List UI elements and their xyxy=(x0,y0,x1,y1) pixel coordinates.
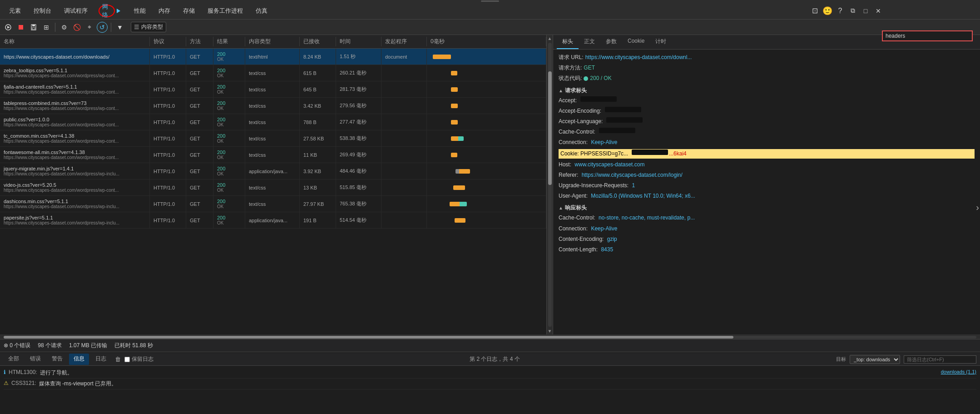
filter-log-input[interactable] xyxy=(904,355,976,364)
stop-btn[interactable] xyxy=(15,22,26,33)
cell-received: 615 B xyxy=(300,65,336,81)
console-tab-error[interactable]: 错误 xyxy=(25,354,45,365)
menu-console[interactable]: 控制台 xyxy=(28,5,57,17)
status-label: 状态代码: xyxy=(559,74,582,83)
response-header-row: Content-Length: 8435 xyxy=(559,245,975,254)
filter-btn[interactable]: ▼ xyxy=(114,22,125,33)
menu-network[interactable]: 网络 xyxy=(95,3,119,19)
restore-btn[interactable]: ⧉ xyxy=(847,5,858,16)
cell-type: text/css xyxy=(245,196,300,212)
cell-time: 515.85 毫秒 xyxy=(336,180,381,195)
emoji-btn[interactable]: 🙂 xyxy=(822,5,833,16)
tab-headers[interactable]: 标头 xyxy=(557,35,579,49)
clear-btn[interactable]: 🚫 xyxy=(71,22,82,33)
table-row[interactable]: zebra_tooltips.css?ver=5.1.1 https://www… xyxy=(0,65,546,81)
cell-result: 200 OK xyxy=(213,163,245,179)
table-row[interactable]: tablepress-combined.min.css?ver=73 https… xyxy=(0,98,546,114)
help-btn[interactable]: ? xyxy=(835,5,846,16)
cell-initiator xyxy=(381,196,427,212)
cell-type: text/css xyxy=(245,147,300,163)
filter-area[interactable]: ☰ 内容类型 xyxy=(131,22,166,32)
close-btn[interactable]: ✕ xyxy=(873,5,884,16)
console-clear-btn[interactable]: 🗑 xyxy=(113,354,123,364)
tab-timing[interactable]: 计时 xyxy=(650,35,672,49)
msg-link[interactable]: downloads (1,1) xyxy=(941,369,976,374)
devtools-dock-btn[interactable]: ⊡ xyxy=(809,5,820,16)
cell-result: 200 OK xyxy=(213,180,245,195)
menu-storage[interactable]: 存储 xyxy=(178,5,200,17)
table-row[interactable]: fontawesome-all.min.css?ver=4.1.38 https… xyxy=(0,147,546,163)
refresh-btn[interactable]: ↺ xyxy=(97,22,108,33)
cell-method: GET xyxy=(186,81,213,97)
detail-status-row: 状态代码: 200 / OK xyxy=(559,74,975,83)
console-tab-all[interactable]: 全部 xyxy=(4,354,24,365)
import-btn[interactable]: ⊞ xyxy=(41,22,52,33)
save-btn[interactable] xyxy=(28,22,39,33)
table-row[interactable]: jquery-migrate.min.js?ver=1.4.1 https://… xyxy=(0,163,546,180)
vertical-scrollbar[interactable]: ▲ ▼ xyxy=(547,35,553,334)
cell-protocol: HTTP/1.0 xyxy=(150,196,186,212)
tab-params[interactable]: 参数 xyxy=(600,35,622,49)
status-value: 200 / OK xyxy=(590,74,611,83)
menu-simulation[interactable]: 仿真 xyxy=(250,5,273,17)
detail-content: 请求 URL: https://www.cityscapes-dataset.c… xyxy=(553,50,980,334)
console-tab-warn[interactable]: 警告 xyxy=(47,354,67,365)
cell-waterfall xyxy=(427,147,546,163)
table-row[interactable]: https://www.cityscapes-dataset.com/downl… xyxy=(0,49,546,65)
menu-service-worker[interactable]: 服务工作进程 xyxy=(202,5,248,17)
table-row[interactable]: video-js.css?ver=5.20.5 https://www.city… xyxy=(0,180,546,196)
record-btn[interactable] xyxy=(3,22,14,33)
menu-performance[interactable]: 性能 xyxy=(129,5,151,17)
table-row[interactable]: tc_common.min.css?ver=4.1.38 https://www… xyxy=(0,130,546,147)
cell-result: 200 OK xyxy=(213,196,245,212)
cell-type: text/css xyxy=(245,114,300,130)
table-row[interactable]: public.css?ver=1.0.0 https://www.citysca… xyxy=(0,114,546,130)
console-messages: ℹ HTML1300: 进行了导航。 downloads (1,1) ⚠ CSS… xyxy=(0,366,980,391)
cell-name: tablepress-combined.min.css?ver=73 https… xyxy=(0,98,150,114)
url-label: 请求 URL: xyxy=(559,53,584,62)
cell-protocol: HTTP/1.0 xyxy=(150,147,186,163)
cell-initiator xyxy=(381,114,427,130)
cell-waterfall xyxy=(427,130,546,146)
cell-protocol: HTTP/1.0 xyxy=(150,130,186,146)
cell-initiator xyxy=(381,212,427,228)
console-tab-log[interactable]: 日志 xyxy=(91,354,111,365)
status-dot xyxy=(584,76,588,81)
cell-waterfall xyxy=(427,196,546,212)
cell-received: 11 KB xyxy=(300,147,336,163)
msg-code: CSS3121: xyxy=(11,380,36,386)
request-header-row: Cookie: PHPSESSID=g7c... ...6kai4 xyxy=(559,149,975,159)
cell-initiator: document xyxy=(381,49,427,65)
cell-name: dashicons.min.css?ver=5.1.1 https://www.… xyxy=(0,196,150,212)
request-header-row: Accept: xyxy=(559,96,975,105)
response-headers-title: 响应标头 xyxy=(559,204,975,212)
search-btn[interactable]: ⌖ xyxy=(84,22,95,33)
cell-name: tc_common.min.css?ver=4.1.38 https://www… xyxy=(0,130,150,146)
console-page-info: 第 2 个日志，共 4 个 xyxy=(155,355,834,363)
search-input[interactable] xyxy=(882,30,973,41)
settings-btn[interactable]: ⚙ xyxy=(59,22,69,33)
preserve-log-checkbox[interactable] xyxy=(124,357,130,362)
horizontal-scrollbar[interactable] xyxy=(0,334,980,339)
table-row[interactable]: fjalla-and-canterell.css?ver=5.1.1 https… xyxy=(0,81,546,98)
sep1 xyxy=(55,23,55,32)
menu-element[interactable]: 元素 xyxy=(4,5,26,17)
menu-debug[interactable]: 调试程序 xyxy=(59,5,93,17)
cell-time: 279.56 毫秒 xyxy=(336,98,381,114)
menu-memory[interactable]: 内存 xyxy=(153,5,176,17)
maximize-btn[interactable]: □ xyxy=(860,5,871,16)
target-select[interactable]: _top: downloads xyxy=(850,355,900,364)
msg-text: 进行了导航。 xyxy=(40,369,73,377)
cell-result: 200 OK xyxy=(213,65,245,81)
tab-body[interactable]: 正文 xyxy=(579,35,600,49)
cell-method: GET xyxy=(186,147,213,163)
preserve-log-area: 保留日志 xyxy=(124,355,153,363)
console-right: 目标 _top: downloads xyxy=(836,355,976,364)
network-panel: 名称 协议 方法 结果 内容类型 已接收 时间 发起程序 0毫秒 https:/… xyxy=(0,35,547,334)
error-count: ⊗ 0 个错误 xyxy=(4,342,30,349)
console-tab-info[interactable]: 信息 xyxy=(69,354,89,365)
tab-cookie[interactable]: Cookie xyxy=(622,35,650,49)
detail-nav-arrow[interactable]: › xyxy=(976,202,979,212)
table-row[interactable]: dashicons.min.css?ver=5.1.1 https://www.… xyxy=(0,196,546,212)
table-row[interactable]: papersite.js?ver=5.1.1 https://www.citys… xyxy=(0,212,546,229)
